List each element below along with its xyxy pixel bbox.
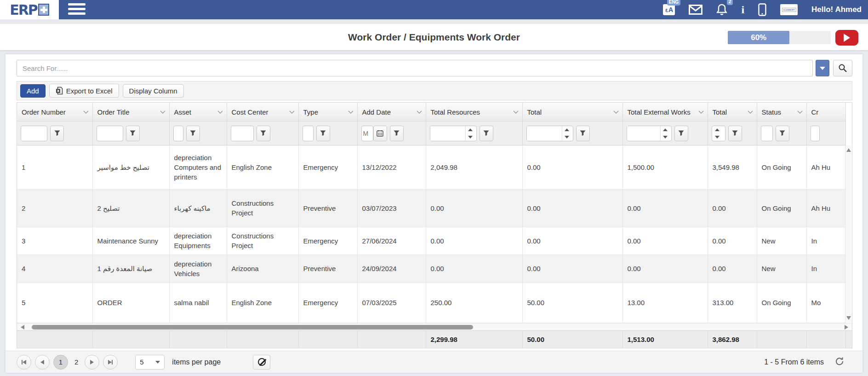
play-icon xyxy=(844,34,850,42)
filter-button[interactable] xyxy=(390,126,404,141)
chevron-down-icon[interactable] xyxy=(797,110,803,114)
export-to-excel-button[interactable]: x Export to Excel xyxy=(49,84,119,98)
column-header-order-number[interactable]: Order Number xyxy=(17,103,92,121)
menu-hamburger-icon[interactable] xyxy=(68,3,86,16)
column-header-status[interactable]: Status xyxy=(757,103,806,121)
filter-button[interactable] xyxy=(480,126,493,141)
refresh-button[interactable] xyxy=(835,357,844,368)
clear-filters-button[interactable] xyxy=(253,355,270,370)
previous-page-button[interactable] xyxy=(35,355,50,370)
table-row[interactable]: 4صيانة المعدة رقم 1depreciation Vehicles… xyxy=(17,255,845,283)
cell: 24/09/2024 xyxy=(357,255,426,283)
filter-input-order-title[interactable] xyxy=(97,126,123,141)
chevron-down-icon[interactable] xyxy=(513,110,519,114)
filter-button[interactable] xyxy=(776,126,789,141)
table-row[interactable]: 5ORDERsalma nabilEnglish ZoneEmergency07… xyxy=(17,283,845,323)
column-header-total-2[interactable]: Total xyxy=(708,103,757,121)
first-page-button[interactable] xyxy=(17,355,31,370)
chevron-down-icon[interactable] xyxy=(289,110,295,114)
work-order-grid: Order Number Order Title Asset Cost Cent… xyxy=(17,102,852,348)
notification-count-badge: 2 xyxy=(727,0,733,5)
spinner-up-icon[interactable] xyxy=(466,126,475,133)
calendar-button[interactable] xyxy=(373,126,387,141)
cell: 0.00 xyxy=(708,255,757,283)
total-cell xyxy=(757,330,806,348)
chevron-down-icon[interactable] xyxy=(160,110,166,114)
vertical-scrollbar[interactable] xyxy=(845,145,851,323)
search-button[interactable] xyxy=(833,60,852,76)
spinner-down-icon[interactable] xyxy=(466,133,475,141)
filter-button[interactable] xyxy=(674,126,688,141)
app-logo[interactable]: ERP xyxy=(0,0,59,19)
filter-button[interactable] xyxy=(257,126,270,141)
horizontal-scrollbar-thumb[interactable] xyxy=(32,325,473,330)
add-button[interactable]: Add xyxy=(20,84,46,98)
spinner-down-icon[interactable] xyxy=(562,133,572,141)
table-row[interactable]: 2تصليح 2ماكينه كهرباءConstructions Proje… xyxy=(17,189,845,227)
column-header-total[interactable]: Total xyxy=(522,103,622,121)
spinner-down-icon[interactable] xyxy=(661,133,670,141)
filter-button[interactable] xyxy=(50,126,64,141)
filter-button[interactable] xyxy=(186,126,200,141)
spinner-down-icon[interactable] xyxy=(712,133,722,141)
column-header-add-date[interactable]: Add Date xyxy=(357,103,426,121)
filter-input-cost-center[interactable] xyxy=(231,126,254,141)
filter-input-status[interactable] xyxy=(761,126,773,141)
chevron-down-icon[interactable] xyxy=(613,110,619,114)
scroll-down-icon[interactable] xyxy=(846,316,851,321)
column-header-cost-center[interactable]: Cost Center xyxy=(227,103,298,121)
table-row[interactable]: 3Maintenance Sunnydepreciation Equipment… xyxy=(17,227,845,255)
notifications-button[interactable]: 2 xyxy=(716,4,727,16)
filter-button[interactable] xyxy=(576,126,590,141)
column-header-created-by[interactable]: Cr xyxy=(806,103,845,121)
cell: صيانة المعدة رقم 1 xyxy=(92,255,169,283)
mail-button[interactable] xyxy=(689,5,702,15)
filter-input-add-date[interactable] xyxy=(361,126,373,141)
chevron-down-icon[interactable] xyxy=(83,110,89,114)
display-column-button[interactable]: Display Column xyxy=(123,84,184,98)
table-row[interactable]: 1تصليح خط مواسيرdepreciation Computers a… xyxy=(17,145,845,189)
scroll-right-icon[interactable] xyxy=(845,325,848,330)
filter-button[interactable] xyxy=(728,126,742,141)
chevron-down-icon[interactable] xyxy=(348,110,354,114)
search-input[interactable] xyxy=(17,60,813,76)
info-button[interactable]: i xyxy=(741,4,744,16)
filter-button[interactable] xyxy=(126,126,140,141)
chevron-down-icon[interactable] xyxy=(417,110,422,114)
spinner-up-icon[interactable] xyxy=(661,126,670,133)
spinner-up-icon[interactable] xyxy=(562,126,572,133)
page-button-2[interactable]: 2 xyxy=(72,358,81,366)
filter-input-created-by[interactable] xyxy=(811,126,820,141)
column-header-order-title[interactable]: Order Title xyxy=(92,103,169,121)
chevron-down-icon[interactable] xyxy=(698,110,704,114)
column-header-total-resources[interactable]: Total Resources xyxy=(426,103,522,121)
column-header-total-external-works[interactable]: Total External Works xyxy=(622,103,708,121)
video-play-button[interactable] xyxy=(835,30,858,46)
filter-input-total-external-works[interactable] xyxy=(627,126,660,141)
cell: Constructions Project xyxy=(227,189,298,227)
cell: 4 xyxy=(17,255,92,283)
filter-input-type[interactable] xyxy=(303,126,314,141)
next-page-button[interactable] xyxy=(85,355,99,370)
page-button-1[interactable]: 1 xyxy=(53,355,68,370)
filter-input-asset[interactable] xyxy=(173,126,183,141)
search-options-dropdown[interactable] xyxy=(816,60,829,76)
last-page-button[interactable] xyxy=(103,355,118,370)
chevron-down-icon[interactable] xyxy=(748,110,753,114)
chevron-down-icon[interactable] xyxy=(217,110,223,114)
scroll-up-icon[interactable] xyxy=(846,147,851,152)
company-logo-badge[interactable]: CLOUDSOFT xyxy=(780,4,798,15)
column-header-asset[interactable]: Asset xyxy=(169,103,227,121)
horizontal-scrollbar[interactable] xyxy=(17,323,852,330)
filter-input-total-resources[interactable] xyxy=(430,126,465,141)
filter-input-total[interactable] xyxy=(527,126,562,141)
page-size-select[interactable]: 5 xyxy=(135,355,165,370)
column-header-type[interactable]: Type xyxy=(298,103,357,121)
last-page-icon xyxy=(108,360,112,364)
mobile-app-button[interactable] xyxy=(758,3,766,16)
filter-button[interactable] xyxy=(316,126,330,141)
filter-input-order-number[interactable] xyxy=(21,126,47,141)
language-switcher[interactable]: عA ENG xyxy=(663,4,675,15)
spinner-up-icon[interactable] xyxy=(712,126,722,133)
scroll-left-icon[interactable] xyxy=(21,325,24,330)
